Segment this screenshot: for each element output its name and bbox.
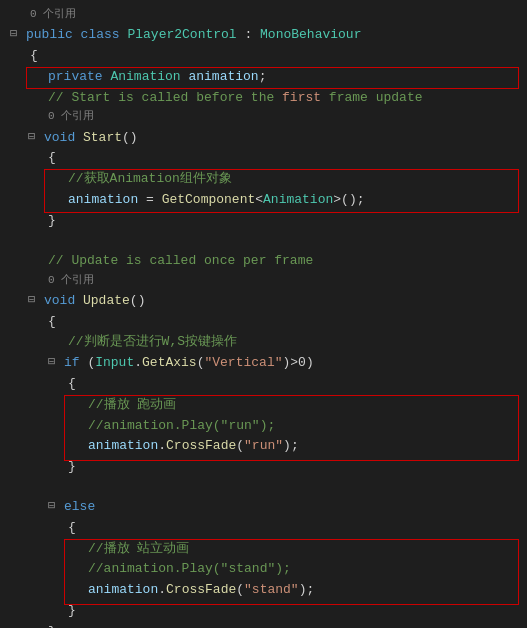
gutter-b2 xyxy=(28,148,44,167)
parens1: () xyxy=(122,128,138,149)
fold-class[interactable]: ⊟ xyxy=(10,25,22,44)
kw-void1: void xyxy=(44,128,83,149)
gutter-gc xyxy=(48,190,64,209)
fn-getaxis: GetAxis xyxy=(142,353,197,374)
fn-crossfade-run: CrossFade xyxy=(166,436,236,457)
code-content: 0 个引用 ⊟ public class Player2Control : Mo… xyxy=(0,0,527,628)
line-ref-start: 0 个引用 xyxy=(8,108,527,127)
line-crossfade-run: animation.CrossFade("run"); xyxy=(8,436,527,457)
gutter-cb4 xyxy=(48,457,64,476)
parens3: () xyxy=(130,291,146,312)
gutter-field xyxy=(28,67,44,86)
var-anim-run: animation xyxy=(88,436,158,457)
dot-cfr: . xyxy=(158,436,166,457)
comment-run: //播放 跑动画 xyxy=(88,395,176,416)
line-get-component: animation = GetComponent<Animation>(); xyxy=(8,190,527,211)
line-comment-stand: //播放 站立动画 xyxy=(8,539,527,560)
line-close-brace5: } xyxy=(8,601,527,622)
dot1: . xyxy=(134,353,142,374)
gutter-blank1 xyxy=(10,232,26,251)
parens2: () xyxy=(341,190,357,211)
gutter-1 xyxy=(10,46,26,65)
paren-axis2: ) xyxy=(282,353,290,374)
kw-class: class xyxy=(81,25,128,46)
gutter-ps xyxy=(68,559,84,578)
colon: : xyxy=(237,25,260,46)
line-comment-get: //获取Animation组件对象 xyxy=(8,169,527,190)
commented-play-stand: //animation.Play("stand"); xyxy=(88,559,291,580)
line-open-brace3: { xyxy=(8,312,527,333)
gutter-cb5 xyxy=(48,601,64,620)
paren-if2: ) xyxy=(306,353,314,374)
gutter-pr xyxy=(68,416,84,435)
comment-get: //获取Animation组件对象 xyxy=(68,169,232,190)
brace-close3: } xyxy=(48,622,56,628)
line-open-brace5: { xyxy=(8,518,527,539)
gutter-cs xyxy=(68,539,84,558)
brace-close4: } xyxy=(68,457,76,478)
str-stand: "stand" xyxy=(244,580,299,601)
semi2: ; xyxy=(357,190,365,211)
dot-cfs: . xyxy=(158,580,166,601)
stand-block-wrapper: //播放 站立动画 //animation.Play("stand"); ani… xyxy=(8,539,527,601)
fn-crossfade-stand: CrossFade xyxy=(166,580,236,601)
line-void-update: ⊟ void Update() xyxy=(8,291,527,312)
gutter-cb3 xyxy=(28,622,44,628)
brace-open3: { xyxy=(48,312,56,333)
fold-if[interactable]: ⊟ xyxy=(48,353,60,372)
brace-close2: } xyxy=(48,211,56,232)
code-editor: 0 个引用 ⊟ public class Player2Control : Mo… xyxy=(0,0,527,628)
ref-count-update: 0 个引用 xyxy=(48,272,94,290)
brace-close5: } xyxy=(68,601,76,622)
commented-play-run: //animation.Play("run"); xyxy=(88,416,275,437)
line-else: ⊟ else xyxy=(8,497,527,518)
type-input: Input xyxy=(95,353,134,374)
line-close-brace3: } xyxy=(8,622,527,628)
gutter-cws xyxy=(48,332,64,351)
paren-axis1: ( xyxy=(197,353,205,374)
base-class: MonoBehaviour xyxy=(260,25,361,46)
line-ref-update: 0 个引用 xyxy=(8,272,527,291)
comment-update: // Update is called once per frame xyxy=(48,251,313,272)
paren-cfs2: ) xyxy=(299,580,307,601)
gutter-b4 xyxy=(48,374,64,393)
line-ref-top: 0 个引用 xyxy=(8,6,527,25)
assign1: = xyxy=(138,190,161,211)
line-field: private Animation animation; xyxy=(8,67,527,88)
fold-update[interactable]: ⊟ xyxy=(28,291,40,310)
paren-cfr1: ( xyxy=(236,436,244,457)
gutter-cfr xyxy=(68,436,84,455)
line-if: ⊟ if (Input.GetAxis("Vertical")>0) xyxy=(8,353,527,374)
gutter-ru xyxy=(28,272,44,291)
angle1: < xyxy=(255,190,263,211)
line-close-brace4: } xyxy=(8,457,527,478)
type-animation: Animation xyxy=(110,67,180,88)
line-blank1 xyxy=(8,232,527,251)
paren-cfs1: ( xyxy=(236,580,244,601)
line-play-run-comment: //animation.Play("run"); xyxy=(8,416,527,437)
angle2: > xyxy=(333,190,341,211)
fold-start[interactable]: ⊟ xyxy=(28,128,40,147)
line-comment-update: // Update is called once per frame xyxy=(8,251,527,272)
kw-public: public xyxy=(26,25,81,46)
line-class-decl: ⊟ public class Player2Control : MonoBeha… xyxy=(8,25,527,46)
fold-else[interactable]: ⊟ xyxy=(48,497,60,516)
ref-count-top: 0 个引用 xyxy=(30,6,76,24)
gutter-c1 xyxy=(28,88,44,107)
var-animation: animation xyxy=(181,67,259,88)
brace-open: { xyxy=(30,46,38,67)
var-animation2: animation xyxy=(68,190,138,211)
fn-getcomponent: GetComponent xyxy=(162,190,256,211)
kw-private: private xyxy=(48,67,110,88)
class-name: Player2Control xyxy=(127,25,236,46)
line-comment-run: //播放 跑动画 xyxy=(8,395,527,416)
comment-stand: //播放 站立动画 xyxy=(88,539,189,560)
gutter-cg xyxy=(48,169,64,188)
line-crossfade-stand: animation.CrossFade("stand"); xyxy=(8,580,527,601)
kw-void2: void xyxy=(44,291,83,312)
line-open-brace: { xyxy=(8,46,527,67)
line-comment-start: // Start is called before the first fram… xyxy=(8,88,527,109)
line-comment-ws: //判断是否进行W,S按键操作 xyxy=(8,332,527,353)
paren-cfr2: ) xyxy=(283,436,291,457)
gutter-cb2 xyxy=(28,211,44,230)
